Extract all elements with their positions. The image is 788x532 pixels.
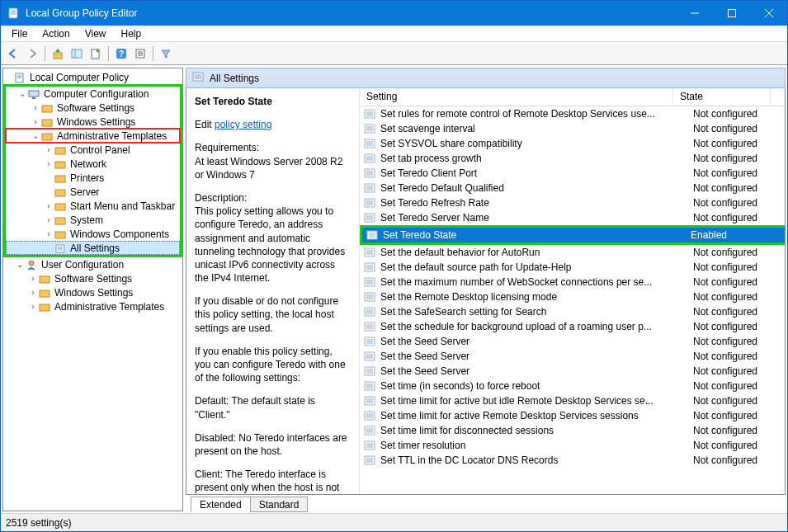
tree-start-menu-and-taskbar[interactable]: Start Menu and Taskbar [6,199,180,213]
svg-rect-24 [42,120,52,126]
tree-label: User Configuration [40,259,125,271]
list-row[interactable]: Set the Seed ServerNot configured [360,364,785,379]
list-row[interactable]: Set TTL in the DC Locator DNS RecordsNot… [360,453,785,468]
setting-icon [363,454,376,466]
edit-policy-link[interactable]: policy setting [215,119,271,130]
tree-printers[interactable]: Printers [6,171,180,185]
export-button[interactable] [87,45,105,63]
column-state[interactable]: State [673,88,771,106]
chevron-right-icon[interactable] [31,117,40,126]
column-setting[interactable]: Setting [360,88,673,106]
svg-rect-22 [32,97,35,99]
tree-uc-software-settings[interactable]: Software Settings [3,271,182,285]
tree-windows-settings[interactable]: Windows Settings [6,115,180,129]
list-row[interactable]: Set the schedule for background upload o… [360,319,785,334]
chevron-right-icon[interactable] [28,302,38,311]
tree-windows-components[interactable]: Windows Components [6,227,180,241]
row-state-text: Not configured [690,123,785,134]
list-row[interactable]: Set SYSVOL share compatibilityNot config… [360,136,785,151]
chevron-right-icon[interactable] [44,145,54,154]
list-row[interactable]: Set Teredo Refresh RateNot configured [360,195,785,210]
tree-control-panel[interactable]: Control Panel [6,143,180,157]
list-row[interactable]: Set rules for remote control of Remote D… [360,106,785,121]
list-row[interactable]: Set the Seed ServerNot configured [360,334,785,349]
row-setting-text: Set the schedule for background upload o… [379,321,690,332]
chevron-right-icon[interactable] [44,201,54,210]
requirements-heading: Requirements: [195,142,259,153]
detail-header: All Settings [186,68,786,88]
folder-icon [54,172,67,185]
properties-button[interactable] [131,45,149,63]
chevron-right-icon[interactable] [44,215,54,224]
forward-button[interactable] [23,45,41,63]
tree-server[interactable]: Server [6,185,180,199]
menu-help[interactable]: Help [114,26,149,41]
chevron-right-icon[interactable] [44,229,54,238]
minimize-button[interactable] [676,1,713,26]
chevron-right-icon[interactable] [28,288,38,297]
maximize-button[interactable] [713,1,750,26]
show-hide-tree-button[interactable] [68,45,86,63]
tree-all-settings[interactable]: All Settings [6,241,180,255]
back-button[interactable] [4,45,22,63]
folder-icon [38,300,51,313]
tree-uc-windows-settings[interactable]: Windows Settings [3,285,182,299]
menu-action[interactable]: Action [35,26,77,41]
close-button[interactable] [750,1,787,26]
list-row[interactable]: Set the default behavior for AutoRunNot … [360,245,785,260]
tree-root[interactable]: Local Computer Policy [3,70,182,84]
highlight-green-box: Computer Configuration Software Settings… [3,84,182,257]
tree-system[interactable]: System [6,213,180,227]
tree-label: Printers [68,172,106,184]
list-row[interactable]: Set Teredo Server NameNot configured [360,210,785,225]
list-row[interactable]: Set time limit for active Remote Desktop… [360,408,785,423]
list-row[interactable]: Set timer resolutionNot configured [360,438,785,453]
svg-rect-39 [40,304,50,311]
menu-view[interactable]: View [78,26,114,41]
chevron-right-icon[interactable] [28,274,38,283]
menu-file[interactable]: File [4,26,35,41]
row-state-text: Not configured [690,336,785,347]
list-row[interactable]: Set the SafeSearch setting for SearchNot… [360,304,785,319]
setting-icon [363,167,376,179]
list-row[interactable]: Set Teredo StateEnabled [360,225,785,245]
tab-extended[interactable]: Extended [191,497,251,512]
list-row[interactable]: Set time limit for active but idle Remot… [360,393,785,408]
list-row[interactable]: Set the maximum number of WebSocket conn… [360,275,785,290]
list-row[interactable]: Set the default source path for Update-H… [360,260,785,275]
chevron-right-icon[interactable] [31,103,40,112]
description-heading: Description: [195,192,247,204]
list-row[interactable]: Set Teredo Client PortNot configured [360,166,785,181]
tree-user-configuration[interactable]: User Configuration [3,257,182,271]
chevron-down-icon[interactable] [15,260,25,269]
tab-standard[interactable]: Standard [250,497,309,512]
list-row[interactable]: Set time limit for disconnected sessions… [360,423,785,438]
settings-icon [54,242,67,255]
setting-icon [363,123,376,134]
list-row[interactable]: Set the Seed ServerNot configured [360,349,785,364]
svg-rect-26 [55,148,65,154]
list-rows[interactable]: Set rules for remote control of Remote D… [360,106,785,494]
folder-icon [54,200,67,213]
chevron-down-icon[interactable] [31,131,40,140]
chevron-right-icon[interactable] [44,159,54,168]
tree-uc-administrative-templates[interactable]: Administrative Templates [3,299,182,313]
filter-button[interactable] [157,45,175,63]
tree-pane[interactable]: Local Computer Policy Computer Configura… [2,68,183,511]
tree-network[interactable]: Network [6,157,180,171]
tree-software-settings[interactable]: Software Settings [6,101,180,115]
tree-label: Network [68,158,108,170]
tree-computer-configuration[interactable]: Computer Configuration [6,87,180,101]
up-button[interactable] [49,45,67,63]
tree-label: All Settings [68,242,121,254]
chevron-down-icon[interactable] [17,89,27,98]
tree-administrative-templates[interactable]: Administrative Templates [6,129,180,143]
help-button[interactable]: ? [112,45,130,63]
list-row[interactable]: Set scavenge intervalNot configured [360,121,785,136]
list-row[interactable]: Set the Remote Desktop licensing modeNot… [360,290,785,304]
list-row[interactable]: Set tab process growthNot configured [360,151,785,166]
svg-rect-9 [72,49,82,58]
row-setting-text: Set the Seed Server [379,365,690,377]
list-row[interactable]: Set Teredo Default QualifiedNot configur… [360,181,785,195]
list-row[interactable]: Set time (in seconds) to force rebootNot… [360,379,785,393]
